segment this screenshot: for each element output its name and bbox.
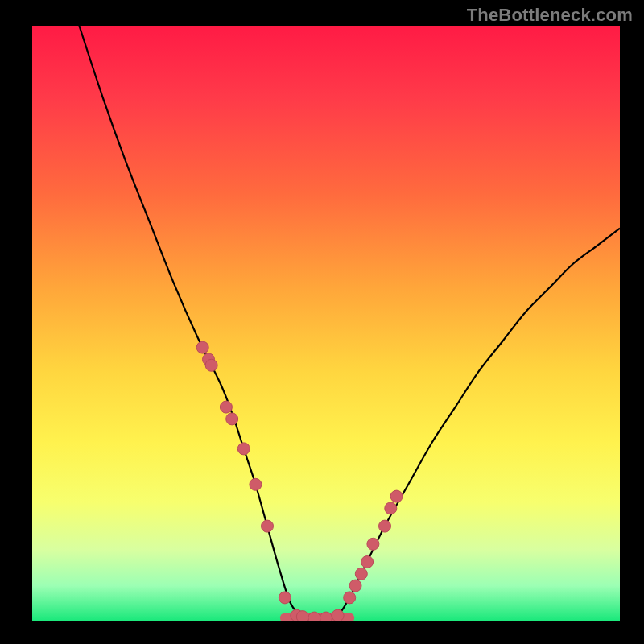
curve-marker	[332, 609, 344, 621]
curve-marker	[220, 401, 232, 413]
curve-marker	[320, 612, 332, 624]
watermark-text: TheBottleneck.com	[467, 5, 633, 26]
curve-marker	[250, 478, 262, 490]
curve-marker	[237, 443, 250, 455]
curve-marker	[385, 502, 397, 514]
curve-marker	[308, 612, 320, 624]
curve-marker	[226, 413, 238, 425]
curve-marker	[262, 520, 274, 532]
curve-marker	[279, 592, 291, 604]
curve-marker	[367, 538, 379, 550]
curve-marker	[355, 568, 367, 580]
curve-marker	[344, 592, 356, 604]
outer-frame: { "watermark": "TheBottleneck.com", "col…	[0, 0, 644, 644]
curve-marker	[349, 580, 361, 592]
curve-marker	[196, 341, 208, 353]
curve-marker	[379, 520, 391, 532]
bottleneck-chart	[0, 0, 644, 644]
curve-marker	[205, 359, 217, 371]
gradient-background	[32, 26, 620, 621]
curve-marker	[390, 490, 402, 502]
curve-marker	[361, 556, 374, 568]
curve-marker	[296, 611, 308, 623]
